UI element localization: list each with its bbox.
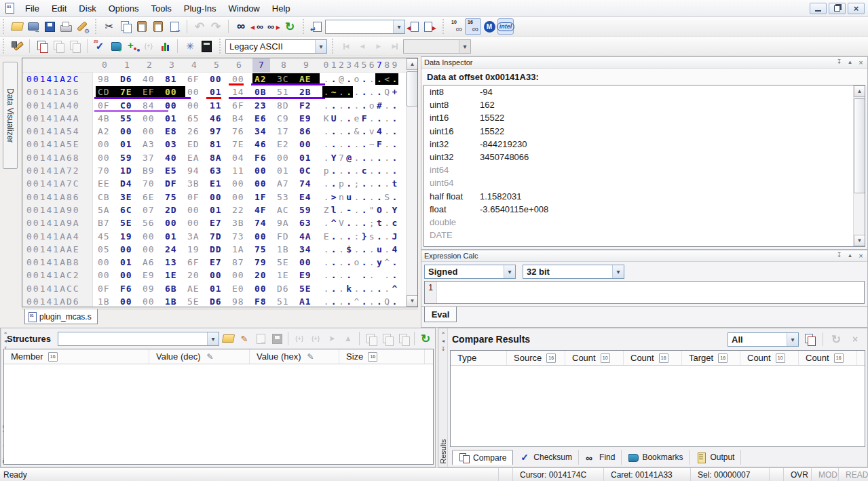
hex-byte[interactable]: 19 (185, 244, 208, 255)
ascii-char[interactable]: t (391, 178, 398, 189)
hex-byte[interactable]: 5E (275, 256, 297, 268)
nav-next-icon[interactable] (371, 38, 387, 54)
ascii-char[interactable]: . (391, 269, 398, 281)
hex-byte[interactable]: E6 (252, 113, 275, 124)
ascii-char[interactable]: . (337, 126, 345, 137)
document-tab[interactable]: plugin_mcas.s (24, 309, 98, 324)
pin-structure-icon[interactable]: ▲ (341, 331, 356, 346)
close-icon[interactable] (857, 252, 865, 260)
hex-byte[interactable]: 00 (297, 256, 320, 268)
status-ovr-toggle[interactable]: OVR (783, 468, 811, 481)
ascii-char[interactable]: . (360, 283, 368, 294)
column-header-count[interactable]: Count10 (565, 351, 624, 365)
hex-byte[interactable]: 00 (118, 296, 140, 307)
hex-byte[interactable]: CB (96, 191, 118, 203)
hex-byte[interactable]: 4B (96, 113, 118, 124)
ascii-char[interactable]: . (345, 73, 353, 85)
hex-byte[interactable]: F2 (297, 100, 320, 111)
hex-byte[interactable]: E2 (275, 138, 297, 150)
ascii-char[interactable]: . (337, 100, 345, 111)
ascii-char[interactable]: . (360, 244, 368, 255)
ascii-char[interactable]: . (383, 152, 391, 163)
hex-byte[interactable]: 00 (252, 165, 275, 176)
ascii-char[interactable]: . (360, 86, 368, 98)
ascii-char[interactable]: " (368, 204, 375, 216)
hex-byte[interactable]: 5E (118, 217, 140, 229)
hex-byte[interactable]: 22 (230, 204, 252, 216)
ascii-char[interactable]: . (383, 178, 391, 189)
structure-braces-icon[interactable] (140, 38, 157, 54)
ascii-char[interactable]: . (322, 86, 330, 98)
hex-byte[interactable]: 00 (96, 256, 118, 268)
hex-byte[interactable]: 19 (118, 231, 140, 242)
hex-byte[interactable]: 34 (297, 244, 320, 255)
structures-grid-body[interactable] (4, 364, 433, 464)
hex-byte[interactable]: 8A (208, 152, 230, 163)
ascii-char[interactable]: . (353, 152, 360, 163)
hex-byte[interactable]: 01 (208, 204, 230, 216)
hex-byte[interactable]: 34 (252, 126, 275, 137)
chevron-down-icon[interactable] (612, 265, 624, 278)
ascii-char[interactable]: . (368, 178, 375, 189)
ascii-char[interactable]: . (353, 165, 360, 176)
hex-byte[interactable]: C9 (275, 113, 297, 124)
status-mod-toggle[interactable]: MOD (811, 468, 838, 481)
ascii-char[interactable]: ; (353, 178, 360, 189)
ascii-char[interactable]: . (383, 100, 391, 111)
ascii-char[interactable]: F (360, 113, 368, 124)
hex-byte[interactable]: E7 (208, 217, 230, 229)
hex-byte[interactable]: EA (185, 152, 208, 163)
hex-byte[interactable]: DD (208, 244, 230, 255)
toolbar-grip[interactable] (218, 39, 222, 54)
ascii-char[interactable]: . (353, 191, 360, 203)
ascii-char[interactable]: . (360, 269, 368, 281)
ascii-char[interactable]: @ (337, 73, 345, 85)
hex-byte[interactable]: 00 (140, 296, 163, 307)
ascii-char[interactable]: . (375, 231, 383, 242)
open-icon[interactable] (9, 18, 25, 35)
ascii-char[interactable]: . (322, 152, 330, 163)
locate-icon[interactable]: ➤ (324, 331, 339, 346)
column-header-count[interactable]: Count10 (740, 351, 799, 365)
scroll-down-icon[interactable]: ▼ (854, 235, 865, 246)
collapse-icon[interactable] (846, 252, 854, 260)
hex-byte[interactable]: 59 (297, 204, 320, 216)
hex-byte[interactable]: 73 (230, 231, 252, 242)
ascii-char[interactable]: . (322, 73, 330, 85)
menu-disk[interactable]: Disk (73, 1, 102, 16)
ascii-char[interactable]: . (383, 204, 391, 216)
ascii-char[interactable]: . (360, 178, 368, 189)
decimal-view-icon[interactable] (449, 18, 465, 35)
hex-byte[interactable]: 98 (230, 296, 252, 307)
ascii-char[interactable]: . (375, 73, 383, 85)
ascii-char[interactable]: u (345, 191, 353, 203)
ascii-char[interactable]: @ (345, 152, 353, 163)
ascii-char[interactable]: . (360, 73, 368, 85)
hex-byte[interactable]: E0 (230, 283, 252, 294)
hex-byte[interactable]: 5E (297, 283, 320, 294)
ascii-char[interactable]: . (360, 204, 368, 216)
ascii-char[interactable]: . (360, 100, 368, 111)
ascii-char[interactable]: F (375, 138, 383, 150)
ascii-char[interactable]: o (368, 100, 375, 111)
ascii-char[interactable]: . (353, 100, 360, 111)
compare-refresh-icon[interactable] (282, 18, 298, 35)
hex-byte[interactable]: 87 (230, 256, 252, 268)
hex-byte[interactable]: E8 (163, 126, 185, 137)
ascii-char[interactable]: t (375, 217, 383, 229)
ascii-char[interactable]: . (330, 256, 337, 268)
hex-byte[interactable]: F6 (252, 152, 275, 163)
ascii-char[interactable]: . (383, 113, 391, 124)
intel-byte-order-icon[interactable] (497, 18, 514, 35)
hex-byte[interactable]: 6F (185, 73, 208, 85)
chevron-down-icon[interactable] (315, 40, 326, 53)
chevron-down-icon[interactable] (504, 265, 515, 278)
column-header-value-hex-[interactable]: Value (hex)✎ (250, 349, 339, 364)
open-structure-icon[interactable] (221, 331, 235, 346)
hex-byte[interactable]: E9 (297, 113, 320, 124)
undo-icon[interactable] (191, 18, 208, 35)
ascii-char[interactable]: o (353, 73, 360, 85)
ascii-char[interactable]: . (391, 138, 398, 150)
hex-byte[interactable]: E5 (163, 165, 185, 176)
hex-byte[interactable]: ED (185, 138, 208, 150)
